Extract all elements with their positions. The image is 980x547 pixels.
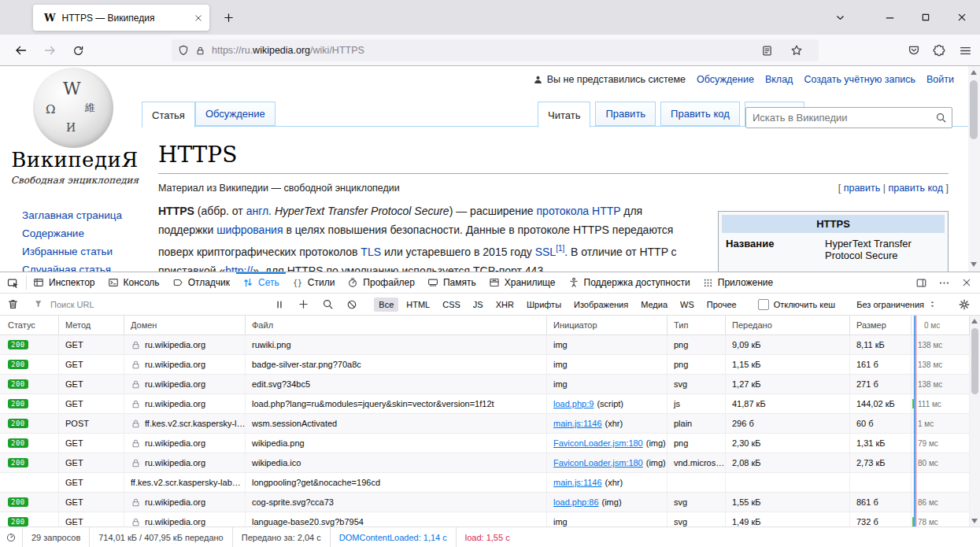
initiator-link[interactable]: main.js:1146 <box>553 478 602 487</box>
wikipedia-logo[interactable]: W Ω 維 И <box>33 68 113 148</box>
devtools-tab-profiler[interactable]: Профайлер <box>341 272 421 293</box>
add-icon[interactable] <box>298 298 309 310</box>
sidebar-link[interactable]: Избранные статьи <box>22 246 122 257</box>
initiator-link[interactable]: main.js:1146 <box>553 419 602 428</box>
article-link[interactable]: протокола HTTP <box>537 205 621 217</box>
minimize-icon[interactable] <box>871 0 908 35</box>
back-icon[interactable] <box>9 39 33 61</box>
url-bar[interactable]: https://ru.wikipedia.org/wiki/HTTPS <box>172 39 819 61</box>
column-header-domain[interactable]: Домен <box>124 316 246 334</box>
reader-mode-icon[interactable] <box>761 44 773 57</box>
network-request-row[interactable]: 200GETru.wikipedia.orgload.php?lang=ru&m… <box>0 394 970 414</box>
sidebar-link[interactable]: Заглавная страница <box>22 209 122 221</box>
filter-type-media[interactable]: Медиа <box>636 298 672 312</box>
article-link[interactable]: SSL <box>535 246 556 258</box>
filter-type-css[interactable]: CSS <box>438 298 465 312</box>
devtools-tab-storage[interactable]: Хранилище <box>483 272 562 293</box>
article-link[interactable]: [1] <box>556 244 564 253</box>
extensions-icon[interactable] <box>933 44 945 57</box>
devtools-tab-network[interactable]: Сеть <box>236 272 286 293</box>
block-icon[interactable] <box>346 298 357 310</box>
scroll-down-icon[interactable] <box>971 262 977 267</box>
search-icon[interactable] <box>935 112 947 124</box>
url-filter[interactable] <box>27 299 264 310</box>
clear-requests-icon[interactable] <box>0 298 26 310</box>
network-request-row[interactable]: GETff.kes.v2.scr.kaspersky-lab…longpooli… <box>0 473 970 493</box>
column-header-waterfall[interactable]: 0 мс <box>912 316 970 334</box>
scrollbar-thumb[interactable] <box>970 80 978 139</box>
filter-type-xhr[interactable]: XHR <box>491 298 519 312</box>
scrollbar-thumb[interactable] <box>971 328 978 394</box>
personal-link[interactable]: Вклад <box>765 74 793 85</box>
initiator-link[interactable]: load.php:9 <box>553 399 594 408</box>
lock-icon[interactable] <box>195 46 205 56</box>
tab-read[interactable]: Читать <box>538 102 590 128</box>
devtools-tab-memory[interactable]: Память <box>421 272 483 293</box>
devtools-tab-debugger[interactable]: Отладчик <box>166 272 236 293</box>
network-request-row[interactable]: 200GETru.wikipedia.orgedit.svg?34bc5imgs… <box>0 375 970 394</box>
bookmark-star-icon[interactable] <box>790 44 803 57</box>
devtools-tab-accessibility[interactable]: Поддержка доступности <box>562 272 697 293</box>
edit-source-link[interactable]: править код <box>888 183 943 194</box>
extensions-button[interactable] <box>933 39 945 61</box>
column-header-file[interactable]: Файл <box>246 316 547 334</box>
dock-side-icon[interactable] <box>915 277 927 289</box>
devtools-tab-console[interactable]: Консоль <box>102 272 166 293</box>
url-filter-input[interactable] <box>49 299 264 310</box>
menu-button[interactable] <box>959 39 972 61</box>
throttling-dropdown[interactable]: Без ограничения <box>845 300 948 309</box>
network-request-row[interactable]: 200GETru.wikipedia.orgcog-sprite.svg?cca… <box>0 493 970 512</box>
column-header-type[interactable]: Тип <box>668 316 726 334</box>
filter-type-html[interactable]: HTML <box>401 298 435 312</box>
page-scrollbar[interactable] <box>968 66 980 272</box>
devtools-tab-inspector[interactable]: Инспектор <box>27 272 102 293</box>
filter-type-js[interactable]: JS <box>468 298 488 312</box>
meatballs-menu-icon[interactable] <box>938 277 950 289</box>
column-header-method[interactable]: Метод <box>59 316 124 334</box>
scroll-down-icon[interactable] <box>971 519 978 523</box>
reload-icon[interactable] <box>66 39 90 61</box>
url-text[interactable]: https://ru.wikipedia.org/wiki/HTTPS <box>212 45 761 56</box>
wiki-search[interactable] <box>745 107 952 128</box>
pause-icon[interactable] <box>274 298 285 310</box>
tab-talk[interactable]: Обсуждение <box>195 102 276 126</box>
tab-edit-source[interactable]: Править код <box>660 102 740 126</box>
sidebar-link[interactable]: Случайная статья <box>22 264 122 272</box>
pocket-icon[interactable] <box>908 44 920 57</box>
new-tab-icon[interactable] <box>217 6 239 28</box>
pocket-button[interactable] <box>908 39 920 61</box>
menu-icon[interactable] <box>959 44 972 57</box>
filter-type-ws[interactable]: WS <box>675 298 699 312</box>
tab-edit[interactable]: Править <box>595 102 656 126</box>
personal-link[interactable]: Создать учётную запись <box>804 74 915 85</box>
column-header-trans[interactable]: Передано <box>726 316 850 334</box>
performance-analysis-button[interactable] <box>0 527 23 547</box>
inspector-pick-icon[interactable] <box>0 272 26 293</box>
initiator-link[interactable]: FaviconLoader.jsm:180 <box>553 438 643 448</box>
filter-type-fonts[interactable]: Шрифты <box>522 298 566 312</box>
close-icon[interactable] <box>944 0 980 35</box>
disable-cache-toggle[interactable]: Отключить кеш <box>749 299 845 310</box>
performance-analysis-icon[interactable] <box>6 532 17 543</box>
devtools-tab-styles[interactable]: {}Стили <box>286 272 342 293</box>
disable-cache-checkbox[interactable] <box>758 299 769 310</box>
scroll-up-icon[interactable] <box>971 319 978 323</box>
network-request-row[interactable]: 200GETru.wikipedia.orgwikipedia.icoFavic… <box>0 453 970 473</box>
wiki-search-input[interactable] <box>746 112 935 124</box>
initiator-link[interactable]: FaviconLoader.jsm:180 <box>553 458 643 468</box>
tab-list-chevron-icon[interactable] <box>824 0 856 35</box>
article-link[interactable]: шифрования <box>216 224 283 236</box>
sidebar-link[interactable]: Содержание <box>22 227 122 239</box>
edit-link[interactable]: править <box>844 183 881 194</box>
network-request-row[interactable]: 200GETru.wikipedia.orgruwiki.pngimgpng9,… <box>0 335 970 355</box>
maximize-icon[interactable] <box>908 0 944 35</box>
filter-type-all[interactable]: Все <box>374 298 398 312</box>
network-request-row[interactable]: 200POSTff.kes.v2.scr.kaspersky-l…wsm.ses… <box>0 414 970 434</box>
column-header-status[interactable]: Статус <box>0 316 59 334</box>
devtools-close-icon[interactable] <box>961 277 972 288</box>
settings-icon[interactable] <box>949 298 980 311</box>
filter-type-other[interactable]: Прочее <box>702 298 741 312</box>
filter-type-images[interactable]: Изображения <box>569 298 633 312</box>
browser-tab[interactable]: W HTTPS — Википедия <box>33 5 209 31</box>
search-icon[interactable] <box>322 298 334 310</box>
